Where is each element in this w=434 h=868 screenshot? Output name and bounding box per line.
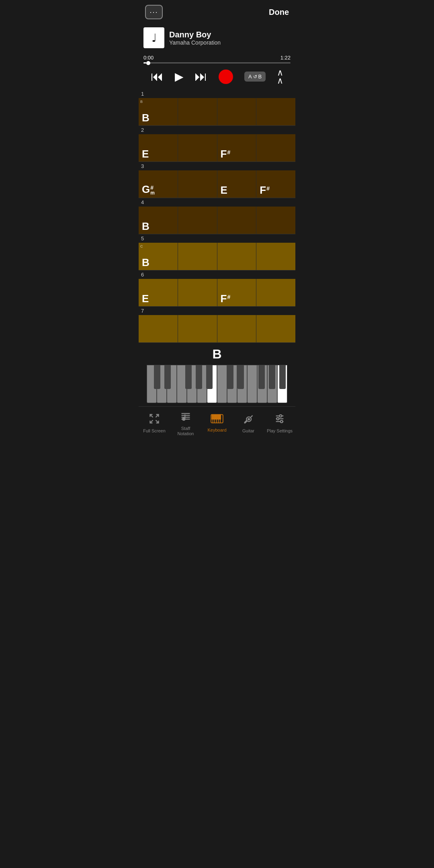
progress-area[interactable]: 0:00 1:22 bbox=[139, 51, 295, 65]
chord-cell[interactable]: F# bbox=[217, 134, 256, 162]
fast-forward-button[interactable] bbox=[194, 69, 207, 84]
tab-fullscreen[interactable]: Full Screen bbox=[139, 407, 170, 438]
svg-rect-20 bbox=[219, 415, 221, 419]
menu-button[interactable]: ··· bbox=[145, 5, 163, 19]
chord-cell[interactable]: BB bbox=[139, 98, 178, 125]
piano-white-key[interactable] bbox=[157, 365, 167, 403]
done-button[interactable]: Done bbox=[269, 8, 289, 17]
current-chord-display: B bbox=[139, 347, 295, 362]
chord-cell[interactable]: F# bbox=[256, 170, 295, 198]
measure-number: 2 bbox=[139, 126, 295, 134]
chord-name: E bbox=[142, 149, 149, 159]
chord-superscript: # bbox=[150, 185, 155, 190]
chord-cell[interactable]: E bbox=[139, 134, 178, 162]
chord-cell[interactable] bbox=[256, 134, 295, 162]
svg-point-29 bbox=[276, 418, 279, 420]
song-text: Danny Boy Yamaha Corporation bbox=[169, 30, 221, 46]
tab-keyboard[interactable]: Keyboard bbox=[201, 407, 233, 438]
chord-cell[interactable]: CB bbox=[139, 243, 178, 270]
chord-name: B bbox=[142, 257, 149, 268]
chord-cell[interactable]: B bbox=[139, 207, 178, 234]
piano-white-key[interactable] bbox=[277, 365, 287, 403]
measure-number: 7 bbox=[139, 307, 295, 315]
svg-line-23 bbox=[252, 416, 252, 416]
chord-cell[interactable] bbox=[256, 207, 295, 234]
playsettings-label: Play Settings bbox=[267, 428, 293, 434]
chord-cells: B bbox=[139, 207, 295, 234]
tab-guitar[interactable]: Guitar bbox=[233, 407, 264, 438]
measure-row: 4B bbox=[139, 198, 295, 234]
piano-white-key[interactable] bbox=[267, 365, 277, 403]
chord-cell[interactable] bbox=[256, 315, 295, 342]
chord-cell[interactable] bbox=[256, 98, 295, 125]
tab-playsettings[interactable]: Play Settings bbox=[264, 407, 295, 438]
chord-cell[interactable] bbox=[178, 279, 217, 306]
chord-superscript: # bbox=[266, 186, 270, 191]
chord-cell[interactable] bbox=[217, 207, 256, 234]
svg-point-28 bbox=[279, 415, 282, 417]
guitar-icon bbox=[243, 413, 254, 427]
chord-cell[interactable]: E bbox=[139, 279, 178, 306]
current-time: 0:00 bbox=[143, 55, 154, 61]
chord-cells: BB bbox=[139, 98, 295, 125]
music-note-icon: ♩ bbox=[151, 31, 157, 45]
chord-cell[interactable]: F# bbox=[217, 279, 256, 306]
chord-cell[interactable] bbox=[178, 170, 217, 198]
svg-rect-17 bbox=[214, 415, 215, 419]
measure-number: 6 bbox=[139, 270, 295, 279]
piano-white-key[interactable] bbox=[147, 365, 157, 403]
chord-cell[interactable] bbox=[178, 98, 217, 125]
measure-row: 2EF# bbox=[139, 126, 295, 162]
chord-cell[interactable] bbox=[178, 243, 217, 270]
tab-staff[interactable]: Staff Notation bbox=[170, 407, 201, 438]
chord-cell[interactable] bbox=[217, 98, 256, 125]
chevron-up-icon-2: ∧ bbox=[277, 77, 283, 84]
fullscreen-icon bbox=[149, 413, 160, 427]
piano-white-key[interactable] bbox=[217, 365, 227, 403]
measure-number: 4 bbox=[139, 198, 295, 207]
chord-superscript: # bbox=[227, 149, 230, 155]
chord-cells: EF# bbox=[139, 134, 295, 162]
chord-cell[interactable] bbox=[256, 279, 295, 306]
piano-white-key[interactable] bbox=[247, 365, 257, 403]
chord-name: E bbox=[142, 293, 149, 304]
chord-cell[interactable] bbox=[217, 315, 256, 342]
chord-cell[interactable]: E bbox=[217, 170, 256, 198]
piano-white-key[interactable] bbox=[227, 365, 237, 403]
piano-white-key[interactable] bbox=[187, 365, 197, 403]
playsettings-icon bbox=[274, 413, 285, 427]
svg-rect-19 bbox=[217, 415, 219, 419]
total-time: 1:22 bbox=[280, 55, 291, 61]
chord-cell[interactable] bbox=[178, 315, 217, 342]
measure-row: 5CB bbox=[139, 234, 295, 270]
record-button[interactable] bbox=[219, 70, 233, 84]
chord-cell[interactable]: G#m bbox=[139, 170, 178, 198]
piano-white-key[interactable] bbox=[257, 365, 267, 403]
piano-white-key[interactable] bbox=[237, 365, 247, 403]
chord-cell[interactable] bbox=[178, 134, 217, 162]
measure-row: 7 bbox=[139, 307, 295, 343]
progress-track[interactable] bbox=[143, 62, 291, 63]
ab-loop-button[interactable]: A ↺ B bbox=[244, 72, 266, 82]
chord-name: G#m bbox=[142, 184, 155, 195]
chord-cell[interactable] bbox=[217, 243, 256, 270]
chord-cell[interactable] bbox=[256, 243, 295, 270]
chord-superscript: # bbox=[227, 294, 230, 300]
rewind-button[interactable] bbox=[151, 69, 164, 84]
chord-cells: CB bbox=[139, 243, 295, 270]
song-title: Danny Boy bbox=[169, 30, 221, 39]
chord-cell[interactable] bbox=[178, 207, 217, 234]
chord-grid: 1BB2EF#3G#mEF#4B5CB6EF#7 bbox=[139, 90, 295, 343]
svg-rect-18 bbox=[216, 415, 217, 419]
piano-white-key[interactable] bbox=[177, 365, 187, 403]
scroll-up-button[interactable]: ∧ ∧ bbox=[277, 69, 283, 84]
piano-white-key[interactable] bbox=[197, 365, 207, 403]
piano-white-key[interactable] bbox=[207, 365, 217, 403]
chord-cell[interactable] bbox=[139, 315, 178, 342]
page-marker: B bbox=[140, 100, 143, 104]
piano-white-key[interactable] bbox=[167, 365, 177, 403]
staff-label: Staff Notation bbox=[178, 426, 194, 436]
play-button[interactable] bbox=[175, 70, 184, 83]
ab-arrow-icon: ↺ bbox=[253, 74, 257, 80]
progress-thumb[interactable] bbox=[146, 61, 150, 65]
